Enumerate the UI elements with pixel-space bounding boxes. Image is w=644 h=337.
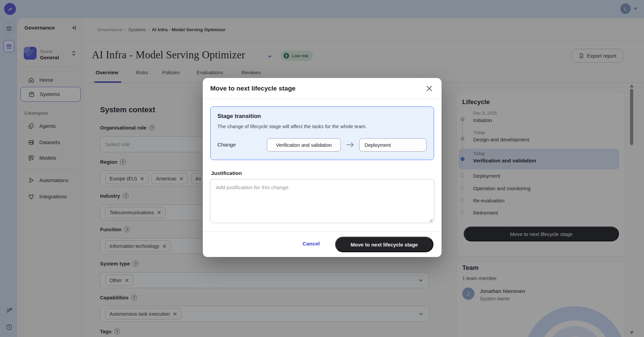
close-icon[interactable] [426, 85, 433, 92]
justification-textarea[interactable] [210, 179, 434, 223]
move-lifecycle-stage-dialog: Move to next lifecycle stage Stage trans… [203, 78, 442, 257]
notice-title: Stage transition [217, 113, 261, 120]
app-window: L Governance Space General [0, 0, 644, 337]
notice-row-divider [217, 158, 427, 158]
notice-description: The change of lifecycle stage will affec… [217, 124, 367, 129]
stage-transition-notice: Stage transition The change of lifecycle… [210, 106, 434, 160]
dialog-footer-divider [203, 231, 442, 232]
dialog-title: Move to next lifecycle stage [210, 85, 295, 92]
change-label: Change [217, 142, 236, 148]
justification-label: Justification [211, 170, 242, 176]
dialog-header-divider [203, 99, 442, 99]
to-stage-pill: Deployment [359, 138, 427, 152]
arrow-right-icon [346, 141, 355, 148]
cancel-button[interactable]: Cancel [303, 241, 320, 247]
confirm-move-stage-button[interactable]: Move to next lifecycle stage [335, 237, 433, 252]
resize-handle-icon[interactable] [429, 218, 433, 222]
from-stage-pill: Verification and validation [267, 138, 341, 152]
